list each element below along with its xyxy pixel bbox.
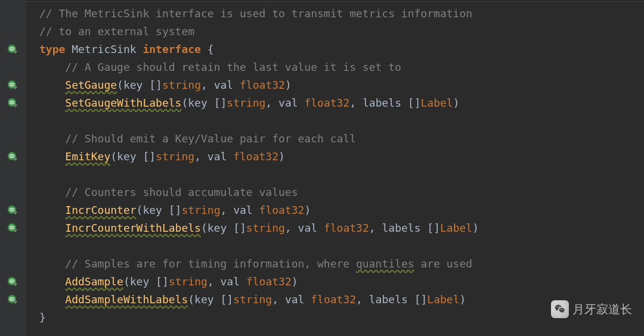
gutter-line (0, 201, 26, 219)
comment-text: // The MetricSink interface is used to t… (39, 7, 472, 20)
code-line[interactable]: // The MetricSink interface is used to t… (26, 5, 644, 23)
method-signature: (key []string, val float32) (110, 150, 285, 163)
gutter-line (0, 41, 26, 58)
gutter-line (0, 5, 26, 23)
comment-text: // Counters should accumulate values (65, 186, 298, 198)
method-name: SetGaugeWithLabels (65, 97, 181, 109)
code-line[interactable]: // to an external system (26, 23, 644, 41)
method-name: AddSample (65, 275, 123, 288)
type-name: MetricSink (72, 43, 136, 55)
gutter-line (0, 237, 26, 255)
keyword-type: type (39, 43, 65, 55)
comment-text: // Should emit a Key/Value pair for each… (65, 132, 356, 145)
gutter-line (0, 130, 26, 148)
method-name: IncrCounter (65, 204, 136, 216)
code-line[interactable] (26, 166, 644, 183)
gutter (0, 0, 26, 336)
method-signature: (key []string, val float32, labels []Lab… (188, 293, 466, 306)
comment-text: // Samples are for timing information, w… (65, 257, 472, 270)
code-line[interactable]: // Samples are for timing information, w… (26, 255, 644, 273)
code-line[interactable]: type MetricSink interface { (26, 41, 644, 58)
implemented-icon[interactable] (7, 80, 18, 91)
implemented-icon[interactable] (7, 205, 18, 216)
implemented-icon[interactable] (7, 44, 18, 55)
gutter-line (0, 219, 26, 237)
code-editor[interactable]: // The MetricSink interface is used to t… (0, 0, 644, 336)
gutter-line (0, 273, 26, 291)
method-name: SetGauge (65, 79, 117, 91)
gutter-line (0, 94, 26, 112)
implemented-icon[interactable] (7, 151, 18, 162)
gutter-line (0, 112, 26, 130)
watermark-text: 月牙寂道长 (572, 301, 632, 318)
wechat-icon (551, 300, 569, 318)
code-line[interactable]: IncrCounterWithLabels(key []string, val … (26, 219, 644, 237)
method-signature: (key []string, val float32, labels []Lab… (201, 222, 479, 234)
gutter-line (0, 255, 26, 273)
comment-text: // to an external system (39, 25, 194, 38)
gutter-line (0, 291, 26, 309)
gutter-line (0, 76, 26, 94)
method-name: IncrCounterWithLabels (65, 222, 201, 234)
method-signature: (key []string, val float32) (123, 275, 298, 288)
brace-open: { (201, 43, 214, 55)
code-line[interactable]: // Counters should accumulate values (26, 183, 644, 201)
code-line[interactable]: SetGauge(key []string, val float32) (26, 76, 644, 94)
gutter-line (0, 183, 26, 201)
keyword-interface: interface (143, 43, 201, 55)
code-line[interactable] (26, 237, 644, 255)
code-line[interactable]: AddSample(key []string, val float32) (26, 273, 644, 291)
gutter-line (0, 58, 26, 76)
implemented-icon[interactable] (7, 98, 18, 108)
implemented-icon[interactable] (7, 294, 18, 305)
gutter-line (0, 23, 26, 41)
code-line[interactable]: EmitKey(key []string, val float32) (26, 148, 644, 166)
code-line[interactable]: SetGaugeWithLabels(key []string, val flo… (26, 94, 644, 112)
comment-text: // A Gauge should retain the last value … (65, 61, 401, 73)
code-line[interactable] (26, 112, 644, 130)
code-area[interactable]: // The MetricSink interface is used to t… (26, 0, 644, 336)
gutter-line (0, 148, 26, 166)
method-signature: (key []string, val float32) (117, 79, 292, 91)
gutter-line (0, 309, 26, 326)
gutter-line (0, 166, 26, 183)
brace-close: } (39, 311, 46, 323)
implemented-icon[interactable] (7, 276, 18, 287)
code-line[interactable]: // A Gauge should retain the last value … (26, 58, 644, 76)
method-name: EmitKey (65, 150, 110, 163)
code-line[interactable]: // Should emit a Key/Value pair for each… (26, 130, 644, 148)
code-line[interactable]: IncrCounter(key []string, val float32) (26, 201, 644, 219)
method-signature: (key []string, val float32, labels []Lab… (181, 97, 459, 109)
implemented-icon[interactable] (7, 223, 18, 234)
watermark: 月牙寂道长 (551, 300, 632, 318)
method-name: AddSampleWithLabels (65, 293, 188, 306)
method-signature: (key []string, val float32) (137, 204, 311, 216)
